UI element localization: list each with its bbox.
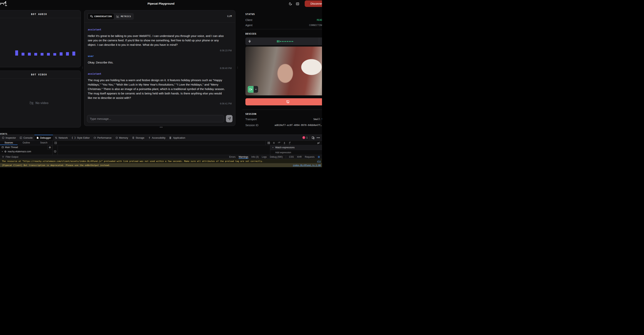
filter-output-input[interactable]: Filter Output [0, 156, 18, 158]
camera-toggle-button[interactable] [248, 86, 254, 93]
tree-item-main-thread[interactable]: Main Thread ⚙ [0, 145, 52, 149]
send-button[interactable] [226, 115, 232, 122]
screen-share-off-icon [286, 100, 290, 104]
filter-debug[interactable]: Debug (590) [270, 156, 283, 158]
tab-outline[interactable]: Outline [18, 141, 35, 145]
devtools-tab-label: Storage [136, 136, 144, 139]
accessibility-person-icon [148, 137, 151, 139]
mic-level-dot [282, 41, 283, 42]
devtools-tab-label: Accessibility [152, 136, 166, 139]
section-divider [242, 29, 322, 29]
agent-status-value: CONNECTING [309, 24, 322, 26]
mic-dropdown-toggle[interactable] [319, 37, 322, 45]
video-off-icon [30, 101, 34, 105]
tab-sources[interactable]: Sources [0, 141, 18, 145]
message-role: assistant [88, 72, 232, 75]
tree-item-domain[interactable]: ▼ reachy.vitalemazo.com [0, 149, 52, 154]
page-title: Pipecat Playground [0, 2, 322, 5]
screen-share-button[interactable] [246, 98, 322, 105]
bot-audio-panel: BOT AUDIO [0, 10, 81, 67]
tab-conversation[interactable]: CONVERSATION [88, 14, 114, 19]
message-timestamp: 6:06:15 PM [88, 49, 232, 52]
tab-metrics[interactable]: METRICS [114, 14, 133, 19]
devtools-tabbar-actions: ! 1 ••• [302, 135, 322, 140]
filter-requests[interactable]: Requests [305, 156, 315, 158]
filter-info[interactable]: Info (3) [251, 156, 259, 158]
console-source-link[interactable]: index-DLrHYund.js:1:80 [289, 164, 321, 167]
message-timestamp: 6:06:40 PM [88, 67, 232, 70]
devtools-body: Main Thread ⚙ ▼ reachy.vitalemazo.com ▼ … [0, 145, 322, 155]
microphone-selector[interactable] [246, 37, 322, 45]
devtools-tab-inspector[interactable]: Inspector [0, 135, 18, 140]
audio-bar [72, 51, 75, 55]
audio-bar [66, 52, 69, 55]
console-warning-text: The resource at “https://reachy.vitalema… [2, 160, 263, 162]
separator [286, 156, 286, 158]
message-input[interactable] [87, 115, 224, 122]
console-source-link[interactable]: cli [314, 160, 321, 162]
devtools-secondary-bar: Sources Outline Search [0, 141, 322, 145]
filter-xhr[interactable]: XHR [297, 156, 302, 158]
message: assistant Hello! It's great to be talkin… [88, 28, 232, 52]
filter-level-buttons: Errors Warnings Info (3) Logs Debug (590… [229, 155, 322, 158]
filter-errors[interactable]: Errors [229, 156, 236, 158]
devtools-tab-performance[interactable]: Performance [92, 135, 113, 140]
filter-logs[interactable]: Logs [262, 156, 267, 158]
sources-tree: Main Thread ⚙ ▼ reachy.vitalemazo.com [0, 145, 53, 155]
no-video-placeholder: No video [0, 101, 81, 105]
bot-video-panel: BOT VIDEO No video [0, 71, 81, 127]
step-over-icon[interactable] [278, 142, 280, 144]
filter-warnings[interactable]: Warnings [239, 156, 248, 158]
resize-handle[interactable]: ⋮ [82, 67, 84, 68]
pause-icon[interactable] [273, 142, 275, 144]
window-icon [2, 146, 4, 148]
resize-handle[interactable]: ⋮ [236, 67, 239, 68]
mic-level-meter [251, 40, 319, 42]
audio-bar [22, 53, 24, 55]
memory-chip-icon [116, 137, 118, 139]
camera-controls [248, 86, 258, 93]
panel-toggle-icon[interactable] [267, 142, 270, 144]
message-list[interactable]: assistant Hello! It's great to be talkin… [84, 23, 235, 111]
filter-css[interactable]: CSS [289, 156, 294, 158]
tab-search[interactable]: Search [35, 141, 52, 145]
deactivate-breakpoints-icon[interactable] [317, 142, 320, 144]
devtools-menu-button[interactable]: ••• [316, 136, 320, 139]
resize-handle-horizontal[interactable]: ••• [160, 126, 163, 129]
devtools-tab-network[interactable]: Network [53, 135, 70, 140]
console-warning-row[interactable]: [Pipecat Client] Bot transcription is de… [0, 163, 322, 167]
message: user Okay. Describe this. 6:06:40 PM [88, 55, 232, 70]
chevron-down-icon [255, 88, 257, 91]
add-expression-row[interactable]: Add expression [270, 150, 322, 155]
disconnect-button[interactable]: Disconnect [305, 0, 322, 7]
step-in-icon[interactable] [283, 142, 286, 144]
devtools-tab-application[interactable]: Application [168, 135, 187, 140]
devtools-tab-style-editor[interactable]: { } Style Editor [70, 135, 92, 140]
transport-value: Small WebRTC [313, 118, 322, 121]
mic-level-dot [280, 41, 281, 42]
console-warning-row[interactable]: The resource at “https://reachy.vitalema… [0, 159, 322, 163]
console-settings-gear-icon[interactable]: ⚙ [318, 155, 320, 158]
watch-expressions-header[interactable]: ▼ Watch expressions [270, 145, 322, 150]
error-count-badge[interactable]: ! 1 [302, 136, 308, 139]
toggle-sidebar-button[interactable] [295, 1, 300, 6]
tree-item-label: Main Thread [5, 146, 18, 149]
storage-icon [132, 137, 134, 139]
devtools-tab-console[interactable]: Console [18, 135, 34, 140]
top-bar: Pipecat Playground Disconnect [0, 0, 322, 7]
devtools-tab-storage[interactable]: Storage [130, 135, 146, 140]
step-out-icon[interactable] [288, 142, 291, 144]
pipecat-playground-app: Pipecat Playground Disconnect BOT AUDIO … [0, 0, 322, 167]
gear-icon[interactable]: ⚙ [48, 145, 52, 149]
console-icon [20, 137, 22, 139]
devtools-tab-debugger[interactable]: Debugger [34, 135, 53, 140]
devtools-tab-memory[interactable]: Memory [114, 135, 130, 140]
devtools-tab-accessibility[interactable]: Accessibility [146, 135, 168, 140]
camera-dropdown-button[interactable] [254, 86, 258, 93]
session-id-row: Session ID ad810ef7-ec0f-4094-9970-04bb0… [246, 124, 322, 127]
theme-toggle-button[interactable] [288, 1, 293, 6]
inspector-icon [2, 137, 4, 139]
responsive-design-icon[interactable] [312, 136, 315, 139]
network-icon [55, 137, 57, 139]
collapse-sources-panel-button[interactable] [53, 141, 58, 145]
